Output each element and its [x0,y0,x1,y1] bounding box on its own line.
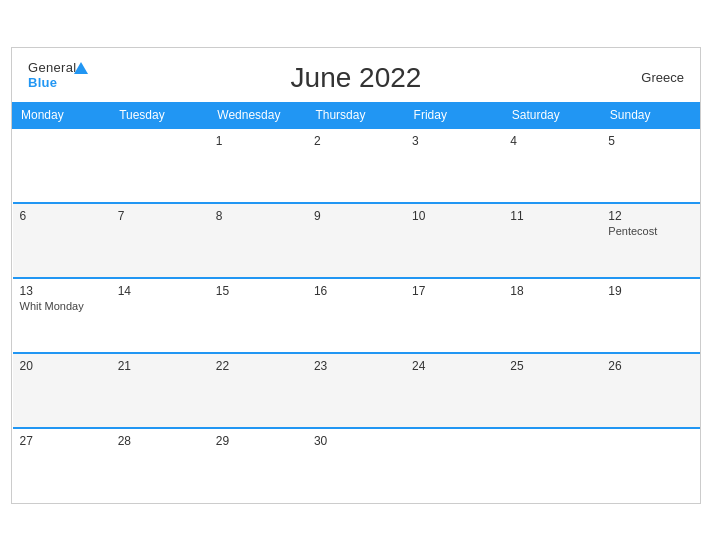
day-number: 28 [118,434,202,448]
day-cell: 10 [405,203,503,278]
day-cell: 29 [209,428,307,503]
day-number: 24 [412,359,496,373]
day-cell: 30 [307,428,405,503]
week-row-3: 13Whit Monday141516171819 [13,278,700,353]
header-monday: Monday [13,102,111,128]
day-number: 19 [608,284,692,298]
day-cell: 25 [503,353,601,428]
day-number: 4 [510,134,594,148]
day-number: 8 [216,209,300,223]
day-number: 27 [20,434,104,448]
day-number: 23 [314,359,398,373]
day-cell: 9 [307,203,405,278]
day-number: 5 [608,134,692,148]
day-number: 12 [608,209,692,223]
day-number: 25 [510,359,594,373]
day-cell: 22 [209,353,307,428]
day-cell: 12Pentecost [601,203,699,278]
week-row-2: 6789101112Pentecost [13,203,700,278]
calendar-title: June 2022 [291,62,422,94]
day-number: 13 [20,284,104,298]
day-number: 7 [118,209,202,223]
day-cell [601,428,699,503]
day-cell: 20 [13,353,111,428]
day-cell: 23 [307,353,405,428]
header-thursday: Thursday [307,102,405,128]
day-cell: 3 [405,128,503,203]
country-label: Greece [641,70,684,85]
day-number: 18 [510,284,594,298]
day-cell: 15 [209,278,307,353]
logo-triangle-icon [74,62,88,74]
day-cell: 27 [13,428,111,503]
day-cell [503,428,601,503]
weekday-header-row: Monday Tuesday Wednesday Thursday Friday… [13,102,700,128]
day-cell: 4 [503,128,601,203]
header-saturday: Saturday [503,102,601,128]
day-number: 20 [20,359,104,373]
logo-general-text: General [28,60,76,75]
holiday-label: Pentecost [608,225,692,237]
day-cell: 2 [307,128,405,203]
day-number: 10 [412,209,496,223]
day-number: 21 [118,359,202,373]
day-number: 16 [314,284,398,298]
day-number: 30 [314,434,398,448]
day-number: 2 [314,134,398,148]
day-cell: 11 [503,203,601,278]
day-cell: 1 [209,128,307,203]
day-number: 3 [412,134,496,148]
day-number: 17 [412,284,496,298]
header-tuesday: Tuesday [111,102,209,128]
calendar: General Blue June 2022 Greece Monday Tue… [11,47,701,504]
day-number: 1 [216,134,300,148]
day-cell [13,128,111,203]
header-wednesday: Wednesday [209,102,307,128]
day-number: 29 [216,434,300,448]
logo: General Blue [28,60,76,90]
day-cell: 24 [405,353,503,428]
week-row-4: 20212223242526 [13,353,700,428]
day-cell: 21 [111,353,209,428]
day-number: 22 [216,359,300,373]
day-cell: 17 [405,278,503,353]
holiday-label: Whit Monday [20,300,104,312]
day-number: 6 [20,209,104,223]
day-cell [405,428,503,503]
day-number: 26 [608,359,692,373]
day-cell: 8 [209,203,307,278]
calendar-header: General Blue June 2022 Greece [12,48,700,102]
calendar-table: Monday Tuesday Wednesday Thursday Friday… [12,102,700,503]
day-cell: 19 [601,278,699,353]
day-cell: 13Whit Monday [13,278,111,353]
week-row-1: 12345 [13,128,700,203]
day-cell: 28 [111,428,209,503]
header-friday: Friday [405,102,503,128]
day-cell: 16 [307,278,405,353]
day-cell: 5 [601,128,699,203]
day-cell: 26 [601,353,699,428]
day-number: 14 [118,284,202,298]
logo-blue-text: Blue [28,75,57,90]
day-number: 9 [314,209,398,223]
day-cell [111,128,209,203]
header-sunday: Sunday [601,102,699,128]
day-number: 11 [510,209,594,223]
day-number: 15 [216,284,300,298]
day-cell: 6 [13,203,111,278]
week-row-5: 27282930 [13,428,700,503]
day-cell: 18 [503,278,601,353]
day-cell: 14 [111,278,209,353]
day-cell: 7 [111,203,209,278]
